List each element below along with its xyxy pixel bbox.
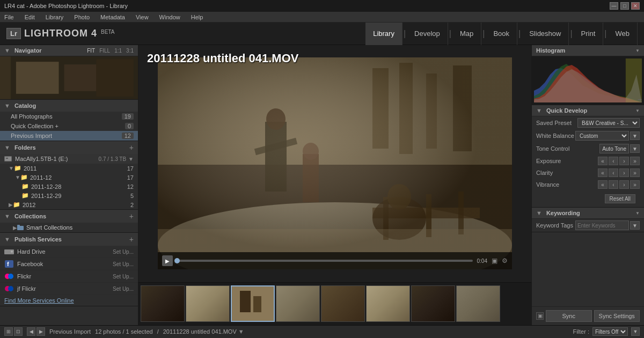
service-flickr[interactable]: Flickr Set Up... [0,270,138,283]
minimize-button[interactable]: — [610,2,618,10]
collections-header[interactable]: ▼ Collections + [0,210,138,223]
vibrance-plus-btn[interactable]: › [619,180,629,189]
collections-add-button[interactable]: + [129,212,134,220]
clarity-minus-minus-btn[interactable]: « [598,168,608,177]
nav-forward-btn[interactable]: ▶ [36,327,45,336]
tab-map[interactable]: Map [452,23,481,45]
menu-library[interactable]: Library [43,14,66,20]
menu-help[interactable]: Help [189,14,206,20]
tab-develop[interactable]: Develop [407,23,448,45]
find-more-services-link[interactable]: Find More Services Online [0,295,138,306]
catalog-item-previous-import[interactable]: Previous Import 12 [0,131,138,141]
vibrance-minus-btn[interactable]: ‹ [609,180,618,189]
filmstrip-thumb-7[interactable] [411,285,455,322]
histogram-minus-icon[interactable]: − [534,95,538,104]
exposure-minus-btn[interactable]: ‹ [609,157,618,165]
nav-back-btn[interactable]: ◀ [27,327,35,336]
maximize-button[interactable]: □ [620,2,629,10]
catalog-header[interactable]: ▼ Catalog [0,100,138,112]
exposure-plus-btn[interactable]: › [619,157,629,165]
video-settings-icon[interactable]: ⚙ [502,257,508,264]
filmstrip-thumb-2[interactable] [186,285,230,322]
tab-book[interactable]: Book [486,23,517,45]
keyword-tags-input[interactable] [575,221,629,230]
service-jf-flickr[interactable]: jf Flickr Set Up... [0,283,138,295]
sync-toggle-btn[interactable]: ▣ [536,312,544,320]
hard-drive-setup-btn[interactable]: Set Up... [113,249,134,255]
menu-view[interactable]: View [134,14,151,20]
smart-collections-item[interactable]: ▶ Smart Collections [0,223,138,232]
nav-1to1-btn[interactable]: 1:1 [114,48,122,54]
vibrance-plus-plus-btn[interactable]: » [630,180,640,189]
folder-2012[interactable]: ▶ 📁 2012 2 [0,200,138,209]
keyword-tags-arrow-btn[interactable]: ▼ [630,221,640,230]
facebook-setup-btn[interactable]: Set Up... [113,261,134,267]
folder-2011-12-count: 17 [127,174,134,181]
service-facebook[interactable]: f Facebook Set Up... [0,258,138,270]
folder-2011-12[interactable]: ▼ 📁 2011-12 17 [0,173,138,182]
reset-all-button[interactable]: Reset All [605,194,635,203]
white-balance-arrow-btn[interactable]: ▼ [630,131,640,140]
tab-print[interactable]: Print [574,23,604,45]
clarity-plus-plus-btn[interactable]: » [630,168,640,177]
video-progress-bar[interactable] [177,260,473,262]
sync-settings-button[interactable]: Sync Settings [594,310,640,322]
nav-fit-btn[interactable]: FIT [87,48,95,54]
publish-services-add-button[interactable]: + [129,236,134,243]
tab-slideshow[interactable]: Slideshow [522,23,569,45]
play-button[interactable]: ▶ [162,255,173,266]
jf-flickr-setup-btn[interactable]: Set Up... [113,286,134,292]
catalog-item-quick-collection[interactable]: Quick Collection + 0 [0,121,138,131]
service-hard-drive[interactable]: Hard Drive Set Up... [0,246,138,258]
quick-develop-header[interactable]: ▼ Quick Develop ▼ [532,105,644,116]
drive-item[interactable]: MacAlly1.5TB-1 (E:) 0.7 / 1.3 TB ▼ [0,154,138,164]
histogram-header[interactable]: Histogram ▼ [532,45,644,56]
folders-add-button[interactable]: + [129,144,134,151]
menu-metadata[interactable]: Metadata [98,14,127,20]
exposure-plus-plus-btn[interactable]: » [630,157,640,165]
vibrance-minus-minus-btn[interactable]: « [598,180,608,189]
nav-fill-btn[interactable]: FILL [99,48,110,54]
filter-arrow-btn[interactable]: ▼ [631,327,640,336]
filmstrip-thumb-3[interactable] [231,285,275,322]
flickr-setup-btn[interactable]: Set Up... [113,274,134,280]
folder-2011-12-29[interactable]: 📁 2011-12-29 5 [0,191,138,200]
menubar: File Edit Library Photo Metadata View Wi… [0,12,644,23]
auto-tone-button[interactable]: Auto Tone [599,144,629,153]
menu-photo[interactable]: Photo [72,14,92,20]
navigator-header[interactable]: ▼ Navigator FIT FILL 1:1 3:1 [0,45,138,56]
menu-file[interactable]: File [2,14,16,20]
menu-edit[interactable]: Edit [23,14,37,20]
white-balance-select[interactable]: Custom [575,131,629,141]
histogram-plus-icon[interactable]: − [638,95,642,104]
folders-header[interactable]: ▼ Folders + [0,141,138,154]
publish-services-header[interactable]: ▼ Publish Services + [0,233,138,246]
filter-select[interactable]: Filters Off [592,327,628,336]
keywording-header[interactable]: ▼ Keywording ▼ [532,208,644,219]
tone-control-arrow-btn[interactable]: ▼ [630,144,640,153]
view-grid-btn[interactable]: ⊞ [4,327,13,336]
video-quality-icon[interactable]: ▣ [492,257,497,264]
saved-preset-select[interactable]: B&W Creative - S... [577,118,640,128]
filmstrip-thumb-4[interactable] [276,285,320,322]
clarity-minus-btn[interactable]: ‹ [609,168,618,177]
filmstrip-thumb-5[interactable] [321,285,365,322]
filmstrip-thumb-8[interactable] [456,285,500,322]
menu-window[interactable]: Window [157,14,182,20]
folder-2011-12-28-name: 2011-12-28 [31,183,127,190]
clarity-plus-btn[interactable]: › [619,168,629,177]
sync-button[interactable]: Sync [546,310,592,322]
view-loupe-btn[interactable]: ⊡ [14,327,23,336]
thumb-3-svg [232,285,274,322]
nav-3to1-btn[interactable]: 3:1 [126,48,134,54]
tab-library[interactable]: Library [365,23,402,45]
folder-2011[interactable]: ▼ 📁 2011 17 [0,164,138,173]
close-button[interactable]: ✕ [631,2,640,10]
filmstrip-thumb-6[interactable] [366,285,410,322]
filmstrip-thumb-1[interactable] [141,285,185,322]
catalog-item-all-photos[interactable]: All Photographs 19 [0,112,138,121]
catalog-label: Catalog [14,102,36,109]
folder-2011-12-28[interactable]: 📁 2011-12-28 12 [0,182,138,191]
tab-web[interactable]: Web [608,23,638,45]
exposure-minus-minus-btn[interactable]: « [598,157,608,165]
